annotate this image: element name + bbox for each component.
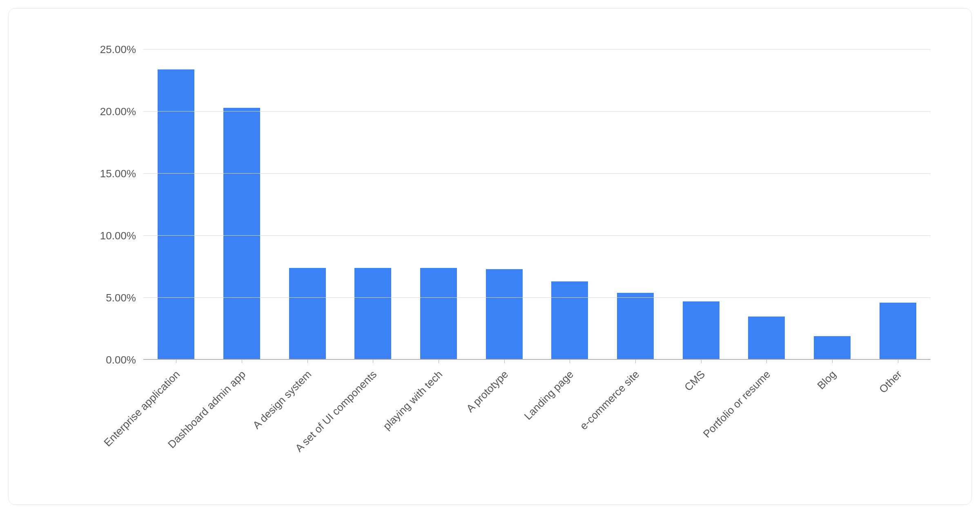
bar-slot: Landing page: [537, 49, 603, 360]
bar-slot: CMS: [668, 49, 734, 360]
x-tick: [242, 360, 242, 363]
y-tick-label: 0.00%: [106, 354, 143, 366]
x-tick: [373, 360, 373, 363]
bar: [289, 268, 326, 360]
x-tick: [176, 360, 176, 363]
bar-slot: e-commerce site: [603, 49, 668, 360]
bar-slot: A set of UI components: [340, 49, 406, 360]
y-tick-label: 25.00%: [100, 43, 143, 56]
bar: [354, 268, 391, 360]
chart-area: Enterprise applicationDashboard admin ap…: [25, 33, 955, 488]
gridline: [143, 297, 931, 298]
bar-slot: Portfolio or resume: [734, 49, 800, 360]
bar: [880, 303, 916, 360]
x-tick: [635, 360, 636, 363]
bar: [551, 281, 588, 360]
bar: [617, 293, 654, 360]
bar: [683, 301, 719, 360]
y-tick-label: 10.00%: [100, 230, 143, 242]
plot-region: Enterprise applicationDashboard admin ap…: [143, 49, 931, 360]
bar-slot: Enterprise application: [143, 49, 209, 360]
y-tick-label: 5.00%: [106, 292, 143, 304]
bar: [486, 269, 523, 360]
x-tick: [898, 360, 898, 363]
bar-slot: playing with tech: [406, 49, 472, 360]
bars-container: Enterprise applicationDashboard admin ap…: [143, 49, 931, 360]
bar-slot: A design system: [274, 49, 340, 360]
x-tick: [504, 360, 505, 363]
x-tick: [832, 360, 833, 363]
y-tick-label: 20.00%: [100, 105, 143, 118]
bar-slot: Dashboard admin app: [209, 49, 275, 360]
chart-card: Enterprise applicationDashboard admin ap…: [8, 8, 972, 505]
bar: [158, 69, 194, 360]
x-tick: [570, 360, 570, 363]
bar-slot: Other: [865, 49, 931, 360]
bar: [420, 268, 457, 360]
gridline: [143, 235, 931, 236]
x-tick: [439, 360, 439, 363]
gridline: [143, 111, 931, 112]
bar-slot: Blog: [800, 49, 865, 360]
bar-slot: A prototype: [471, 49, 537, 360]
gridline: [143, 173, 931, 174]
x-axis-line: [143, 359, 931, 360]
x-tick: [307, 360, 308, 363]
gridline: [143, 49, 931, 49]
x-tick: [701, 360, 702, 363]
y-tick-label: 15.00%: [100, 167, 143, 180]
x-tick: [766, 360, 767, 363]
bar: [223, 108, 260, 360]
